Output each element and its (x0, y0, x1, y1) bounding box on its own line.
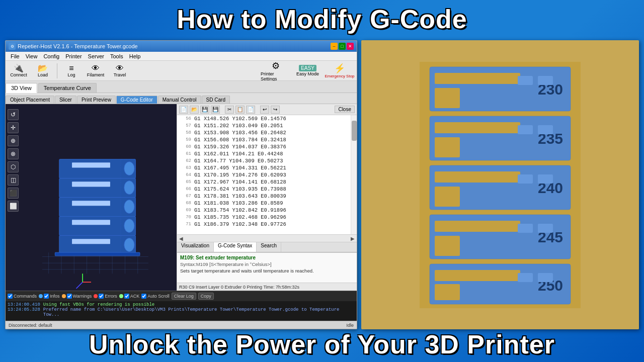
menu-file[interactable]: File (8, 52, 23, 60)
tab-object-placement[interactable]: Object Placement (6, 96, 54, 104)
gcode-line-12[interactable]: 67G1 X178.381 Y103.643 E0.80039 (177, 193, 351, 200)
auto-scroll-check[interactable]: Auto Scroll (141, 294, 170, 299)
svg-rect-43 (538, 125, 553, 134)
commands-check[interactable]: Commands (8, 294, 37, 299)
ack-check[interactable]: ACK (119, 294, 140, 299)
close-gcode-button[interactable]: Close (335, 106, 355, 113)
view-cube-button[interactable]: ⬛ (8, 188, 19, 199)
filament-button[interactable]: 👁 Filament (85, 62, 107, 80)
gcode-line-3[interactable]: 58G1 X153.908 Y103.456 E0.26482 (177, 129, 351, 136)
load-button[interactable]: 📂 Load (32, 62, 54, 80)
gcode-line-1[interactable]: 56G1 X148.526 Y102.569 E0.14576 (177, 115, 351, 122)
tab-3d-view[interactable]: 3D View (6, 83, 37, 93)
tab-visualization[interactable]: Visualization (177, 242, 214, 252)
nav-right-button[interactable]: ▶ (351, 236, 355, 241)
copy-log-button[interactable]: Copy (198, 293, 214, 300)
close-window-button[interactable]: ✕ (347, 43, 354, 50)
gcode-line-7[interactable]: 62G1 X164.77 Y104.309 E0.50273 (177, 157, 351, 164)
tab-sd-card[interactable]: SD Card (202, 96, 230, 104)
save-as-button[interactable]: 💾 (211, 106, 220, 114)
svg-rect-52 (435, 236, 460, 256)
gcode-line-16[interactable]: 71G1 X186.379 Y102.348 E0.97726 (177, 221, 351, 228)
connect-button[interactable]: 🔌 Connect (8, 62, 30, 80)
errors-check[interactable]: Errors (94, 294, 117, 299)
menu-server[interactable]: Server (85, 52, 107, 60)
perspective-button[interactable]: ◫ (8, 174, 19, 186)
gcode-line-2[interactable]: 57G1 X151.202 Y103.049 E0.2051 (177, 122, 351, 129)
paste-button[interactable]: 📄 (246, 106, 255, 114)
gcode-scrollbar[interactable] (351, 115, 357, 234)
log-button[interactable]: ≡ Log (60, 62, 83, 80)
menu-printer[interactable]: Printer (62, 52, 85, 60)
new-file-button[interactable]: 📄 (179, 106, 188, 114)
emergency-icon: ⚡ (334, 63, 345, 74)
gcode-status-text: R30 C9 Insert Layer 0 Extruder 0 Printin… (179, 285, 299, 290)
save-file-button[interactable]: 💾 (200, 106, 209, 114)
svg-rect-54 (518, 224, 533, 233)
gcode-scroll-thumb[interactable] (352, 121, 357, 141)
menu-config[interactable]: Config (40, 52, 62, 60)
line-number: 58 (179, 130, 191, 135)
tab-search[interactable]: Search (257, 242, 281, 252)
gcode-line-8[interactable]: 63G1 X167.495 Y104.331 E0.56221 (177, 164, 351, 171)
gcode-content[interactable]: 56G1 X148.526 Y102.569 E0.1457657G1 X151… (177, 115, 351, 234)
settings-view-button[interactable]: ⬜ (8, 201, 19, 212)
gcode-line-15[interactable]: 70G1 X185.735 Y102.468 E0.96296 (177, 214, 351, 221)
easy-mode-button[interactable]: EASY Easy Mode (294, 65, 321, 76)
move-view-button[interactable]: ✛ (8, 122, 19, 133)
gcode-line-4[interactable]: 59G1 X156.608 Y103.784 E0.32418 (177, 136, 351, 143)
log-content: 13:24:00.410 Using fast VBOs for renderi… (6, 301, 357, 321)
svg-rect-58 (435, 284, 460, 300)
nav-left-button[interactable]: ◀ (179, 236, 183, 241)
zoom-in-button[interactable]: ⊕ (8, 135, 19, 146)
gcode-line-13[interactable]: 68G1 X181.038 Y103.286 E0.8589 (177, 200, 351, 207)
svg-rect-57 (435, 270, 520, 281)
menu-tools[interactable]: Tools (107, 52, 126, 60)
log-msg-1: Using fast VBOs for rendering is possibl… (43, 302, 154, 307)
menu-view[interactable]: View (23, 52, 41, 60)
line-number: 71 (179, 222, 191, 227)
printer-settings-button[interactable]: ⚙ Printer Settings (261, 60, 291, 81)
rotate-view-button[interactable]: ↺ (8, 109, 19, 120)
reset-view-button[interactable]: ⬡ (8, 161, 19, 172)
gcode-line-9[interactable]: 64G1 X170.195 Y104.276 E0.62093 (177, 171, 351, 178)
line-number: 66 (179, 187, 191, 192)
travel-button[interactable]: 👁 Travel (109, 62, 131, 80)
tab-gcode-editor[interactable]: G-Code Editor (116, 96, 157, 104)
gcode-line-6[interactable]: 61G1 X162.011 Y104.21 E0.44248 (177, 150, 351, 157)
maximize-button[interactable]: □ (339, 43, 346, 50)
clear-log-button[interactable]: Clear Log (172, 293, 196, 300)
warnings-check[interactable]: Warnings (62, 294, 92, 299)
redo-button[interactable]: ↪ (271, 106, 280, 114)
line-number: 64 (179, 172, 191, 177)
gcode-line-5[interactable]: 60G1 X159.326 Y104.037 E0.38376 (177, 143, 351, 150)
gcode-line-14[interactable]: 69G1 X183.754 Y102.842 E0.91896 (177, 207, 351, 214)
title-controls: – □ ✕ (331, 43, 354, 50)
cut-button[interactable]: ✂ (225, 106, 234, 114)
tab-temperature-curve[interactable]: Temperature Curve (38, 83, 97, 93)
menu-help[interactable]: Help (126, 52, 144, 60)
tower-photo: 230 235 240 24 (361, 40, 639, 329)
svg-rect-15 (72, 220, 110, 225)
copy-toolbar-button[interactable]: 📋 (235, 106, 245, 114)
easy-mode-badge: EASY (299, 65, 316, 71)
tab-print-preview[interactable]: Print Preview (77, 96, 116, 104)
tab-slicer[interactable]: Slicer (55, 96, 76, 104)
gcode-line-10[interactable]: 65G1 X172.967 Y104.141 E0.68128 (177, 178, 351, 186)
undo-button[interactable]: ↩ (260, 106, 269, 114)
status-bottom-bar: Disconnected: default Idle (6, 321, 357, 329)
tab-manual-control[interactable]: Manual Control (158, 96, 201, 104)
open-file-button[interactable]: 📂 (190, 106, 199, 114)
infos-check[interactable]: Infos (39, 294, 60, 299)
gcode-line-11[interactable]: 66G1 X175.624 Y103.935 E0.73988 (177, 186, 351, 193)
tab-gcode-syntax[interactable]: G-Code Syntax (214, 242, 257, 252)
line-code: G1 X156.608 Y103.784 E0.32418 (194, 137, 286, 143)
line-code: G1 X170.195 Y104.276 E0.62093 (194, 172, 286, 178)
line-code: G1 X148.526 Y102.569 E0.14576 (194, 116, 286, 122)
emergency-stop-button[interactable]: ⚡ Emergency Stop (325, 63, 355, 78)
minimize-button[interactable]: – (331, 43, 338, 50)
viz-tabs-row: Visualization G-Code Syntax Search (177, 242, 357, 252)
zoom-out-button[interactable]: ⊗ (8, 148, 19, 159)
log-toolbar: Commands Infos Warnings Errors (6, 291, 357, 301)
line-number: 62 (179, 158, 191, 163)
